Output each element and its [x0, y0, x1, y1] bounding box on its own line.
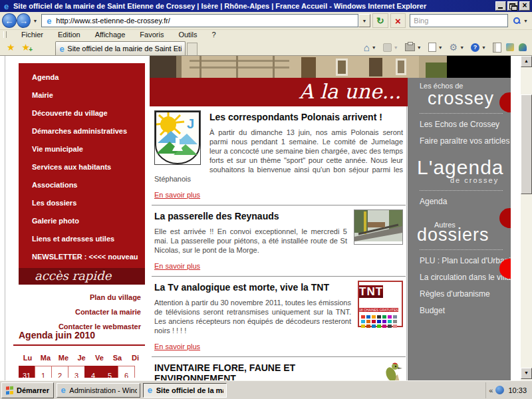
- day-header: Ve: [90, 354, 108, 362]
- menu-outils[interactable]: Outils: [178, 31, 197, 39]
- refresh-button[interactable]: [372, 13, 388, 28]
- nav-item-services[interactable]: Services aux habitants: [19, 158, 145, 176]
- forward-button[interactable]: [17, 13, 31, 28]
- nav-item-liens[interactable]: Liens et adresses utiles: [19, 230, 145, 248]
- scrollbar-thumb[interactable]: [521, 94, 532, 194]
- stop-button[interactable]: [390, 13, 406, 28]
- tray-collapse-button[interactable]: «: [489, 386, 493, 394]
- refresh-icon: [376, 15, 384, 26]
- minimize-button[interactable]: [495, 1, 506, 11]
- help-icon[interactable]: [471, 43, 479, 52]
- scroll-up-button[interactable]: [521, 56, 532, 67]
- print-icon[interactable]: [405, 43, 415, 51]
- header-photo: [150, 56, 447, 78]
- scroll-down-button[interactable]: [521, 368, 532, 379]
- messenger-icon[interactable]: [519, 43, 527, 51]
- calendar-cell[interactable]: 3: [68, 366, 85, 378]
- url-text[interactable]: http://www.st-etienne-de-crossey.fr/: [56, 17, 170, 25]
- calendar-cell[interactable]: 31: [19, 366, 35, 378]
- command-bar: [359, 42, 527, 53]
- taskbar-window-label: Administration - Window...: [69, 386, 137, 394]
- system-tray: « 10:33: [485, 382, 531, 398]
- print-dropdown-icon[interactable]: [417, 45, 422, 50]
- dotted-separator: [420, 249, 503, 250]
- menu-fichier[interactable]: Fichier: [21, 31, 43, 39]
- link-plan-du-village[interactable]: Plan du village: [19, 290, 141, 305]
- chevron-down-icon: [362, 19, 367, 23]
- menu-favoris[interactable]: Favoris: [140, 31, 164, 39]
- calendar-cell[interactable]: 2: [51, 366, 68, 378]
- aside-link-echos[interactable]: Les Echos de Crossey: [408, 116, 511, 133]
- calendar: Lu Ma Me Je Ve Sa Di 31 1 2 3 4 5 6: [19, 354, 146, 378]
- page-icon[interactable]: [428, 43, 436, 52]
- tray-network-icon[interactable]: [495, 386, 504, 394]
- day-header: Lu: [19, 354, 37, 362]
- read-more-link[interactable]: En savoir plus: [154, 191, 200, 199]
- history-dropdown-icon[interactable]: [33, 19, 37, 23]
- aside-link-agenda[interactable]: Agenda: [408, 194, 511, 210]
- home-icon[interactable]: [364, 42, 370, 53]
- article-inventaire: INVENTAIRE FLORE, FAUNE ET ENVIRONNEMENT: [150, 357, 408, 380]
- nav-item-associations[interactable]: Associations: [19, 176, 145, 194]
- back-button[interactable]: [2, 13, 17, 28]
- nav-item-dossiers[interactable]: Les dossiers: [19, 194, 145, 212]
- menu-affichage[interactable]: Affichage: [95, 31, 126, 39]
- help-dropdown-icon[interactable]: [481, 45, 486, 50]
- read-more-link[interactable]: En savoir plus: [154, 342, 200, 350]
- tab-active[interactable]: Site officiel de la mairie de Saint Etie…: [55, 41, 186, 55]
- aside-link-articles[interactable]: Faire paraître vos articles: [408, 133, 511, 150]
- menu-aide[interactable]: ?: [212, 31, 216, 39]
- agenda-heading: Agenda juin 2010: [19, 330, 95, 340]
- calendar-cell[interactable]: 1: [35, 366, 52, 378]
- menu-edition[interactable]: Edition: [58, 31, 80, 39]
- read-more-link[interactable]: En savoir plus: [154, 262, 200, 270]
- favorites-star-icon[interactable]: [7, 42, 15, 53]
- taskbar-window-site[interactable]: Site officiel de la mair...: [143, 383, 227, 398]
- right-sidebar: Les échos de crossey Les Echos de Crosse…: [408, 78, 511, 380]
- nav-item-demarches[interactable]: Démarches administratives: [19, 122, 145, 140]
- address-dropdown-button[interactable]: [358, 14, 370, 27]
- nav-item-mairie[interactable]: Mairie: [19, 86, 145, 104]
- page-dropdown-icon[interactable]: [438, 45, 443, 50]
- aside-link-plu[interactable]: PLU : Plan Local d'Urbanisme: [408, 253, 511, 269]
- tab-title: Site officiel de la mairie de Saint Etie…: [67, 45, 182, 53]
- restore-button[interactable]: [507, 1, 518, 11]
- nav-item-decouverte[interactable]: Découverte du village: [19, 104, 145, 122]
- article-title: INVENTAIRE FLORE, FAUNE ET ENVIRONNEMENT: [154, 362, 321, 380]
- address-bar[interactable]: http://www.st-etienne-de-crossey.fr/: [41, 14, 358, 27]
- sidebar-panel-icon[interactable]: [493, 43, 501, 53]
- calendar-cell[interactable]: 6: [118, 366, 135, 378]
- aside-link-regles[interactable]: Règles d'urbanisme: [408, 286, 511, 303]
- search-icon[interactable]: [513, 17, 520, 24]
- nav-item-newsletter[interactable]: NEWSLETTER : <<<< nouveau: [19, 248, 145, 266]
- search-placeholder: Bing: [414, 17, 428, 25]
- taskbar-clock: 10:33: [508, 386, 527, 394]
- taskbar-window-label: Site officiel de la mair...: [156, 386, 223, 394]
- link-contacter-mairie[interactable]: Contacter la mairie: [19, 305, 141, 319]
- aside-link-circulation[interactable]: La circulation dans le village: [408, 269, 511, 286]
- tools-dropdown-icon[interactable]: [460, 45, 464, 50]
- day-header: Je: [72, 354, 90, 362]
- aside-link-budget[interactable]: Budget: [408, 303, 511, 319]
- search-box[interactable]: Bing: [410, 14, 508, 27]
- home-dropdown-icon[interactable]: [372, 45, 376, 50]
- add-favorite-icon[interactable]: [22, 42, 31, 53]
- close-button[interactable]: [519, 1, 530, 11]
- title-bar: Site officiel de la mairie de Saint Etie…: [0, 0, 532, 12]
- agenda-underline: [13, 344, 145, 346]
- tnt-logo-text: TNT: [359, 285, 383, 298]
- vertical-scrollbar[interactable]: [521, 56, 532, 380]
- start-button[interactable]: Démarrer: [1, 382, 54, 398]
- nav-item-galerie[interactable]: Galerie photo: [19, 212, 145, 230]
- research-icon[interactable]: [506, 43, 514, 51]
- new-tab-stub[interactable]: [187, 43, 198, 55]
- calendar-cell[interactable]: 5: [101, 366, 118, 378]
- search-dropdown-icon[interactable]: [523, 19, 528, 23]
- day-header: Sa: [108, 354, 126, 362]
- nav-item-agenda[interactable]: Agenda: [19, 68, 145, 86]
- taskbar-window-admin[interactable]: Administration - Window...: [57, 383, 140, 398]
- tools-gear-icon[interactable]: [450, 42, 458, 53]
- crossey-coat-of-arms-image: J: [154, 110, 201, 165]
- calendar-cell[interactable]: 4: [84, 366, 102, 378]
- nav-item-vie-municipale[interactable]: Vie municipale: [19, 140, 145, 158]
